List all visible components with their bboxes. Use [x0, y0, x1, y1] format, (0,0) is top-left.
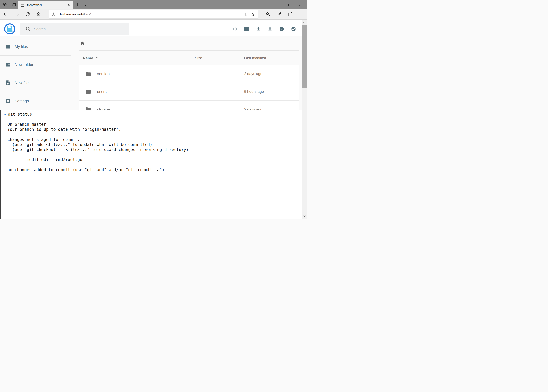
terminal-command: git status	[8, 112, 32, 117]
column-header-name[interactable]: Name	[83, 56, 100, 61]
window-bottom-border	[0, 219, 307, 219]
scroll-up-icon[interactable]	[303, 21, 306, 24]
search-icon	[25, 26, 31, 32]
folder-icon	[85, 71, 91, 77]
sidebar-item-label: New file	[15, 81, 28, 85]
new-folder-icon	[5, 62, 11, 68]
sidebar-item-new-file[interactable]: New file	[0, 77, 72, 89]
tab-title: filebrowser	[27, 3, 68, 7]
settings-gear-icon	[5, 98, 11, 104]
new-tab-button[interactable]	[76, 3, 80, 7]
new-file-icon	[5, 80, 11, 86]
file-modified: 2 days ago	[244, 65, 262, 83]
listing-divider	[79, 50, 299, 51]
tab-list-dropdown-icon[interactable]	[84, 3, 88, 7]
terminal-prompt-line: >git status	[0, 110, 302, 117]
terminal-output: On branch master Your branch is up to da…	[0, 117, 302, 173]
filebrowser-logo[interactable]	[4, 23, 15, 35]
refresh-button[interactable]	[25, 11, 30, 17]
scrollbar-thumb[interactable]	[302, 25, 307, 88]
info-icon[interactable]	[279, 26, 285, 32]
column-header-size[interactable]: Size	[195, 56, 202, 60]
search-box[interactable]	[20, 23, 129, 35]
browser-tab[interactable]: filebrowser	[18, 1, 73, 9]
search-input[interactable]	[34, 27, 120, 31]
window-minimize-button[interactable]	[272, 3, 277, 7]
sidebar-divider	[0, 55, 71, 56]
sidebar-item-new-folder[interactable]: New folder	[0, 59, 72, 70]
window-close-button[interactable]	[298, 3, 302, 7]
sidebar-item-label: New folder	[15, 63, 34, 67]
share-icon[interactable]	[287, 11, 293, 17]
url-path: /files/	[83, 12, 91, 16]
grid-view-icon[interactable]	[243, 26, 250, 32]
terminal-cursor	[8, 177, 8, 182]
urlbar-divider	[58, 12, 58, 17]
prompt-chevron-icon: >	[4, 112, 6, 117]
terminal-panel[interactable]: >git status On branch master Your branch…	[0, 110, 302, 219]
file-modified: 5 hours ago	[244, 83, 264, 100]
tab-close-icon[interactable]	[68, 4, 71, 7]
file-size: –	[195, 83, 197, 100]
address-bar[interactable]: filebrowser.web/files/	[49, 10, 258, 19]
reading-view-icon[interactable]	[243, 12, 248, 17]
sort-ascending-icon	[95, 56, 100, 61]
sidebar-item-label: My files	[15, 44, 28, 49]
file-row-version[interactable]: version – 2 days ago	[79, 65, 299, 83]
site-info-icon[interactable]	[51, 12, 56, 17]
page-scrollbar[interactable]	[302, 20, 307, 219]
raw-code-icon[interactable]	[232, 26, 237, 32]
file-name: version	[97, 72, 110, 76]
select-check-icon[interactable]	[291, 26, 296, 32]
back-button[interactable]	[3, 11, 9, 17]
scroll-down-icon[interactable]	[303, 215, 306, 217]
file-name: users	[97, 90, 107, 94]
home-button[interactable]	[36, 11, 41, 17]
tab-preview-icon[interactable]	[3, 2, 8, 7]
column-header-modified[interactable]: Last modified	[244, 56, 266, 60]
more-menu-icon[interactable]	[298, 11, 304, 17]
sidebar-item-label: Settings	[15, 99, 29, 103]
sidebar-item-settings[interactable]: Settings	[0, 95, 72, 107]
favorite-star-icon[interactable]	[250, 12, 255, 17]
hub-favorites-icon[interactable]	[265, 11, 271, 17]
window-maximize-button[interactable]	[285, 3, 290, 7]
url-host: filebrowser.web	[60, 12, 83, 16]
page-favicon-icon	[20, 3, 25, 7]
upload-icon[interactable]	[267, 26, 273, 32]
forward-button[interactable]	[14, 11, 20, 17]
sidebar-item-my-files[interactable]: My files	[0, 41, 72, 52]
download-icon[interactable]	[255, 26, 261, 32]
sidebar-divider	[0, 91, 71, 92]
folder-icon	[5, 44, 11, 49]
file-size: –	[195, 65, 197, 83]
file-row-users[interactable]: users – 5 hours ago	[79, 83, 299, 101]
set-tabs-aside-icon[interactable]	[11, 2, 16, 7]
browser-titlebar: filebrowser	[0, 0, 307, 9]
url-text: filebrowser.web/files/	[60, 12, 91, 16]
annotate-pen-icon[interactable]	[277, 11, 282, 17]
folder-icon	[85, 88, 91, 95]
breadcrumb-home-icon[interactable]	[79, 41, 85, 46]
